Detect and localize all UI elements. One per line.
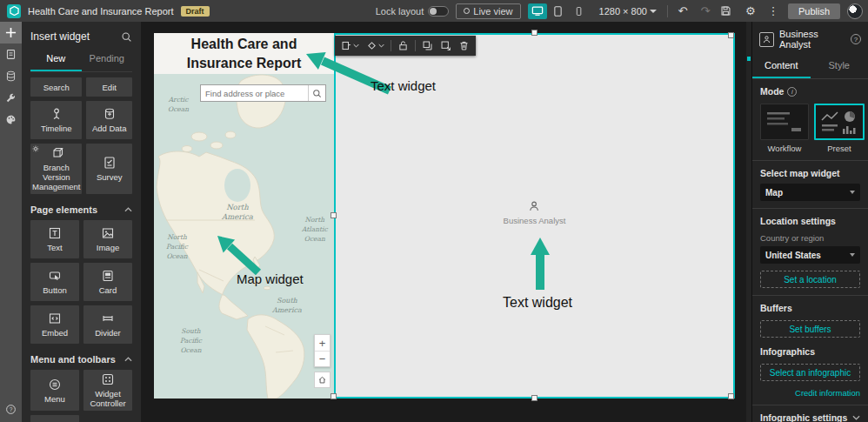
embed-icon bbox=[48, 311, 62, 325]
insert-widget-rail-button[interactable] bbox=[0, 22, 22, 44]
lock-widget-button[interactable] bbox=[395, 40, 411, 51]
help-icon: ? bbox=[5, 404, 17, 415]
copy-to-page-button[interactable] bbox=[437, 40, 454, 51]
search-icon[interactable] bbox=[121, 31, 132, 43]
pending-icon bbox=[341, 40, 352, 51]
zoom-in-button[interactable]: + bbox=[315, 335, 330, 351]
widget-tile-search[interactable]: Search bbox=[30, 77, 82, 97]
widget-tile-text[interactable]: Text bbox=[30, 220, 79, 258]
zoom-out-button[interactable]: − bbox=[315, 351, 330, 366]
widget-tile-timeline[interactable]: Timeline bbox=[30, 101, 82, 139]
set-location-button[interactable]: Set a location bbox=[760, 271, 860, 288]
widget-tile-widget-controller[interactable]: Widget Controller bbox=[83, 370, 132, 411]
resize-handle-bottom-right[interactable] bbox=[728, 393, 734, 399]
tab-new[interactable]: New bbox=[30, 48, 82, 71]
delete-widget-button[interactable] bbox=[456, 40, 472, 51]
tab-pending[interactable]: Pending bbox=[82, 48, 133, 71]
tools-rail-button[interactable] bbox=[0, 87, 22, 109]
device-phone-button[interactable] bbox=[570, 3, 589, 19]
widget-tile-branch-version-management[interactable]: Branch Version Management bbox=[30, 144, 82, 194]
set-buffers-button[interactable]: Set buffers bbox=[760, 320, 860, 338]
widget-tile-divider[interactable]: Divider bbox=[83, 305, 132, 344]
credit-information-link[interactable]: Credit information bbox=[760, 388, 860, 398]
undo-button[interactable]: ↶ bbox=[675, 4, 691, 17]
business-analyst-placeholder[interactable]: Business Analyst bbox=[504, 200, 566, 225]
resize-handle-left[interactable] bbox=[331, 212, 337, 218]
live-view-button[interactable]: Live view bbox=[456, 3, 520, 19]
publish-button[interactable]: Publish bbox=[788, 3, 840, 19]
timeline-icon bbox=[50, 107, 63, 121]
lock-layout-toggle[interactable] bbox=[428, 6, 449, 17]
widget-tile-survey[interactable]: Survey bbox=[86, 144, 132, 194]
map-home-button[interactable] bbox=[314, 372, 331, 388]
resize-handle-bottom[interactable] bbox=[531, 395, 537, 401]
select-map-section: Select map widget Map bbox=[752, 160, 868, 208]
chevron-down-icon bbox=[353, 44, 359, 48]
widget-tile-image[interactable]: Image bbox=[83, 220, 132, 258]
country-label: Country or region bbox=[760, 233, 860, 243]
infographic-settings-header[interactable]: Infographic settings bbox=[760, 412, 860, 422]
live-view-icon bbox=[464, 8, 470, 14]
resize-handle-top[interactable] bbox=[531, 30, 537, 36]
annotation-text-widget-center: Text widget bbox=[503, 295, 572, 311]
business-analyst-panel-icon bbox=[759, 32, 774, 47]
redo-button[interactable]: ↷ bbox=[698, 4, 713, 17]
device-desktop-button[interactable] bbox=[528, 3, 547, 19]
map-search-button[interactable] bbox=[308, 85, 325, 101]
title-text-widget[interactable]: Health Care and Insurance Report bbox=[154, 33, 334, 74]
location-settings-section: Location settings Country or region Unit… bbox=[752, 208, 868, 295]
insert-panel-tabs: New Pending bbox=[30, 48, 132, 72]
svg-text:?: ? bbox=[10, 406, 13, 412]
resize-handle-top-right[interactable] bbox=[728, 32, 734, 38]
annotation-map-widget: Map widget bbox=[237, 271, 304, 286]
chevron-down-icon bbox=[378, 44, 384, 48]
add-data-icon bbox=[103, 107, 117, 121]
map-widget[interactable]: ArcticOcean NorthAmerica NorthPacificOce… bbox=[154, 74, 334, 399]
settings-button[interactable]: ⚙ bbox=[743, 4, 758, 17]
card-icon bbox=[101, 269, 115, 283]
widget-tile-button[interactable]: Button bbox=[30, 263, 79, 301]
search-icon bbox=[312, 89, 322, 98]
info-icon[interactable]: i bbox=[787, 87, 797, 97]
editor-scrollbar[interactable] bbox=[746, 22, 751, 422]
select-infographic-button[interactable]: Select an infographic bbox=[760, 364, 860, 381]
app-logo-icon[interactable] bbox=[7, 4, 21, 18]
duplicate-widget-button[interactable] bbox=[419, 40, 436, 51]
widget-tile-share[interactable]: Share bbox=[30, 415, 79, 422]
section-page-elements[interactable]: Page elements bbox=[30, 204, 132, 215]
draft-badge: Draft bbox=[181, 6, 210, 17]
tab-content[interactable]: Content bbox=[752, 55, 811, 78]
survey-icon bbox=[103, 156, 117, 170]
device-tablet-button[interactable] bbox=[549, 3, 568, 19]
insert-panel-title: Insert widget bbox=[30, 30, 90, 43]
mode-option-workflow[interactable]: Workflow bbox=[760, 104, 809, 153]
chevron-up-icon bbox=[124, 357, 132, 362]
panel-help-icon[interactable]: ? bbox=[851, 34, 861, 44]
canvas-resolution-dropdown[interactable]: 1280 × 800 bbox=[599, 6, 657, 17]
data-rail-button[interactable] bbox=[0, 65, 22, 87]
help-rail-button[interactable]: ? bbox=[0, 399, 22, 420]
theme-rail-button[interactable] bbox=[0, 109, 22, 131]
widget-tile-card[interactable]: Card bbox=[83, 263, 132, 301]
resize-handle-bottom-left[interactable] bbox=[331, 393, 337, 399]
branch-version-icon bbox=[50, 146, 63, 160]
country-dropdown[interactable]: United States bbox=[760, 246, 860, 264]
chevron-down-icon bbox=[650, 10, 657, 13]
widget-tile-add-data[interactable]: Add Data bbox=[86, 101, 132, 139]
save-button[interactable] bbox=[720, 5, 736, 17]
mode-option-preset[interactable]: Preset bbox=[814, 104, 865, 153]
tab-style[interactable]: Style bbox=[811, 55, 868, 78]
more-options-button[interactable]: ⋮ bbox=[765, 4, 781, 17]
map-widget-dropdown[interactable]: Map bbox=[760, 184, 860, 201]
widget-tile-embed[interactable]: Embed bbox=[30, 305, 79, 344]
arrange-button[interactable] bbox=[364, 40, 387, 51]
editor-canvas-area: Health Care and Insurance Report bbox=[141, 22, 751, 422]
page-rail-button[interactable] bbox=[0, 44, 22, 65]
add-to-pending-button[interactable] bbox=[338, 40, 362, 51]
map-search-input[interactable] bbox=[201, 89, 308, 98]
tablet-icon bbox=[552, 5, 564, 17]
section-menu-and-toolbars[interactable]: Menu and toolbars bbox=[30, 354, 132, 365]
user-avatar[interactable] bbox=[847, 3, 863, 19]
widget-tile-menu[interactable]: Menu bbox=[30, 370, 79, 411]
widget-tile-edit[interactable]: Edit bbox=[86, 77, 132, 97]
